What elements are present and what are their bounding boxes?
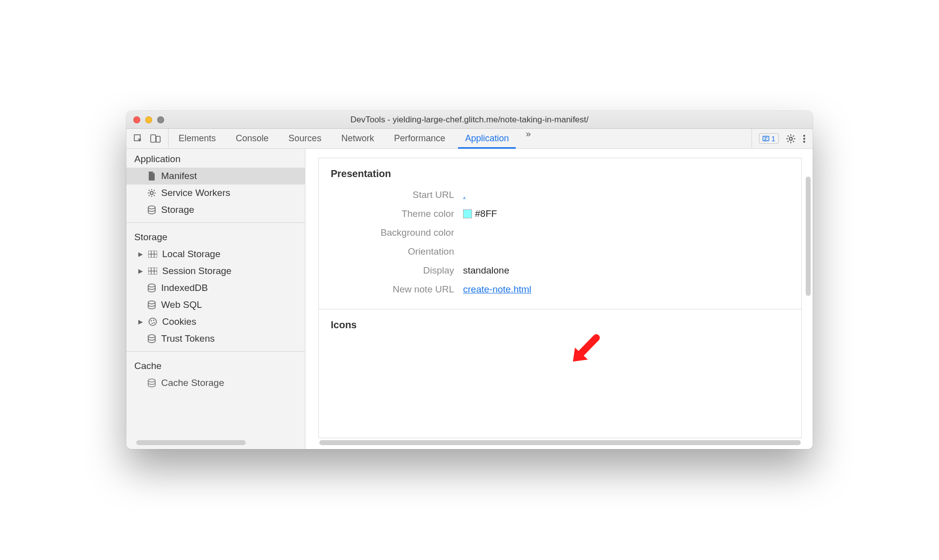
- svg-line-24: [154, 195, 155, 196]
- sidebar-divider: [126, 222, 305, 223]
- more-options-icon[interactable]: [803, 134, 806, 144]
- tab-performance[interactable]: Performance: [384, 129, 455, 148]
- settings-gear-icon[interactable]: [786, 134, 796, 144]
- svg-line-12: [793, 141, 794, 142]
- sidebar-item-local-storage[interactable]: ▶ Local Storage: [126, 246, 305, 263]
- sidebar-item-label: Local Storage: [162, 248, 220, 261]
- expander-icon[interactable]: ▶: [138, 315, 143, 328]
- tab-sources[interactable]: Sources: [279, 129, 331, 148]
- more-tabs-button[interactable]: »: [519, 129, 538, 148]
- grid-icon: [147, 268, 158, 275]
- svg-point-39: [151, 320, 152, 322]
- content-vertical-scrollbar[interactable]: [806, 177, 811, 296]
- svg-point-42: [154, 322, 155, 324]
- sidebar-divider: [126, 351, 305, 352]
- svg-line-11: [788, 135, 789, 136]
- row-label: Background color: [319, 227, 463, 238]
- svg-point-40: [153, 320, 155, 321]
- row-label: Start URL: [319, 189, 463, 200]
- svg-point-44: [148, 379, 155, 382]
- toggle-device-toolbar-icon[interactable]: [150, 134, 161, 144]
- sidebar-item-storage[interactable]: Storage: [126, 201, 305, 218]
- svg-line-23: [149, 190, 150, 191]
- row-label: Display: [319, 265, 463, 276]
- cookie-icon: [147, 317, 158, 326]
- svg-rect-1: [151, 135, 156, 142]
- expander-icon[interactable]: ▶: [138, 248, 143, 261]
- sidebar-item-label: Storage: [161, 203, 194, 216]
- svg-point-37: [148, 301, 155, 304]
- sidebar-item-label: Session Storage: [162, 265, 231, 278]
- svg-point-15: [803, 135, 805, 137]
- sidebar-item-cookies[interactable]: ▶ Cookies: [126, 313, 305, 330]
- svg-point-41: [152, 323, 153, 324]
- sidebar-item-cache-storage[interactable]: Cache Storage: [126, 374, 305, 391]
- theme-color-swatch: [463, 209, 472, 218]
- body-split: Application Manifest Service Workers Sto…: [126, 149, 813, 449]
- window-title: DevTools - yielding-large-chef.glitch.me…: [126, 115, 813, 125]
- tab-elements[interactable]: Elements: [169, 129, 226, 148]
- sidebar-group-storage: Storage: [126, 227, 305, 246]
- sidebar-item-trust-tokens[interactable]: Trust Tokens: [126, 330, 305, 347]
- svg-line-14: [793, 135, 794, 136]
- sidebar-item-label: IndexedDB: [161, 281, 208, 294]
- sidebar-item-websql[interactable]: Web SQL: [126, 296, 305, 313]
- storage-icon: [146, 334, 157, 343]
- storage-icon: [146, 283, 157, 292]
- start-url-link[interactable]: .: [463, 189, 466, 200]
- sidebar-item-label: Cache Storage: [161, 376, 224, 389]
- content-horizontal-scrollbar[interactable]: [319, 440, 801, 445]
- storage-icon: [146, 300, 157, 309]
- display-value: standalone: [463, 265, 509, 276]
- svg-point-16: [803, 138, 805, 140]
- svg-rect-3: [763, 136, 769, 141]
- svg-point-38: [149, 318, 157, 326]
- content-area: Presentation Start URL . Theme color #8F…: [305, 149, 813, 449]
- svg-point-6: [789, 137, 792, 140]
- storage-icon: [146, 378, 157, 387]
- row-theme-color: Theme color #8FF: [319, 204, 801, 223]
- sidebar-item-label: Manifest: [161, 170, 197, 183]
- tab-application[interactable]: Application: [455, 129, 519, 148]
- console-issues-badge[interactable]: 1: [759, 133, 779, 144]
- sidebar-group-application: Application: [126, 149, 305, 168]
- row-display: Display standalone: [319, 261, 801, 280]
- manifest-panel: Presentation Start URL . Theme color #8F…: [318, 158, 802, 438]
- new-note-url-link[interactable]: create-note.html: [463, 284, 531, 294]
- sidebar-item-session-storage[interactable]: ▶ Session Storage: [126, 263, 305, 280]
- row-orientation: Orientation: [319, 242, 801, 261]
- devtools-toolbar: Elements Console Sources Network Perform…: [126, 129, 813, 149]
- inspect-element-icon[interactable]: [133, 134, 143, 144]
- sidebar-horizontal-scrollbar[interactable]: [136, 440, 246, 445]
- row-new-note-url: New note URL create-note.html: [319, 280, 801, 299]
- sidebar-group-cache: Cache: [126, 356, 305, 374]
- row-label: Orientation: [319, 246, 463, 257]
- window: DevTools - yielding-large-chef.glitch.me…: [126, 111, 813, 449]
- tab-console[interactable]: Console: [226, 129, 279, 148]
- section-icons-title: Icons: [319, 309, 801, 337]
- svg-point-18: [150, 191, 153, 194]
- application-sidebar: Application Manifest Service Workers Sto…: [126, 149, 305, 449]
- sidebar-item-indexeddb[interactable]: IndexedDB: [126, 280, 305, 296]
- svg-line-13: [788, 141, 789, 142]
- svg-line-26: [154, 190, 155, 191]
- svg-point-17: [803, 141, 805, 143]
- sidebar-item-manifest[interactable]: Manifest: [126, 168, 305, 185]
- sidebar-item-service-workers[interactable]: Service Workers: [126, 185, 305, 201]
- grid-icon: [147, 251, 158, 258]
- expander-icon[interactable]: ▶: [138, 265, 143, 278]
- console-issues-count: 1: [771, 134, 775, 143]
- row-start-url: Start URL .: [319, 186, 801, 204]
- svg-point-43: [148, 335, 155, 338]
- row-label: New note URL: [319, 284, 463, 295]
- svg-line-25: [149, 195, 150, 196]
- storage-icon: [146, 205, 157, 214]
- gear-icon: [146, 188, 157, 197]
- sidebar-item-label: Cookies: [162, 315, 196, 328]
- row-label: Theme color: [319, 208, 463, 219]
- devtools-tabs: Elements Console Sources Network Perform…: [169, 129, 751, 148]
- tab-network[interactable]: Network: [331, 129, 384, 148]
- sidebar-item-label: Web SQL: [161, 298, 202, 311]
- theme-color-value: #8FF: [475, 208, 497, 219]
- sidebar-item-label: Service Workers: [161, 187, 230, 199]
